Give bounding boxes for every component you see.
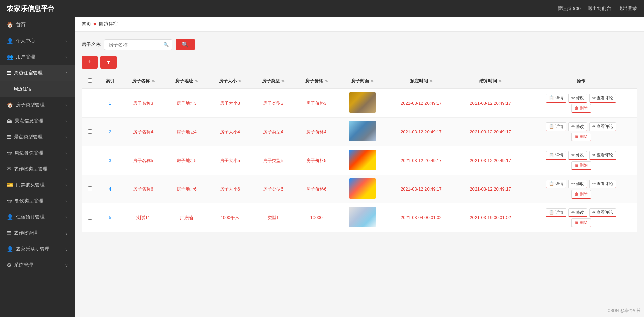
row-checkbox[interactable] [88, 158, 92, 162]
edit-button[interactable]: ✏ 修改 [568, 208, 587, 217]
row-price[interactable]: 房子价格4 [306, 129, 326, 134]
cell-settletime: 2021-03-12 20:49:17 [456, 118, 525, 146]
detail-button[interactable]: 📋 详情 [546, 208, 566, 217]
row-size[interactable]: 房子大小5 [220, 158, 240, 163]
cell-ops: 📋 详情 ✏ 修改 ✏ 查看评论 🗑 删除 [525, 146, 637, 175]
review-button[interactable]: ✏ 查看评论 [589, 122, 616, 131]
review-icon: ✏ [592, 153, 596, 157]
delete-button[interactable]: 🗑 删除 [571, 133, 591, 141]
sidebar-label-personal: 个人中心 [16, 38, 35, 44]
row-type[interactable]: 房子类型4 [263, 129, 283, 134]
row-type[interactable]: 房子类型3 [263, 101, 283, 106]
row-name-link[interactable]: 房子名称6 [133, 186, 153, 192]
ops-row2: 🗑 删除 [528, 190, 634, 199]
select-all-checkbox[interactable] [88, 78, 92, 83]
detail-button[interactable]: 📋 详情 [546, 94, 566, 103]
review-button[interactable]: ✏ 查看评论 [589, 180, 616, 188]
sidebar-item-personal[interactable]: 👤 个人中心 ∨ [0, 33, 75, 49]
row-price[interactable]: 房子价格6 [306, 186, 326, 192]
nav-front-btn[interactable]: 退出到前台 [587, 5, 611, 12]
row-address[interactable]: 房子地址6 [177, 186, 197, 192]
row-index-link[interactable]: 4 [109, 186, 111, 192]
sidebar-item-crop-type[interactable]: ✉ 农作物类型管理 ∨ [0, 161, 75, 177]
sidebar-item-user-mgmt[interactable]: 👥 用户管理 ∨ [0, 49, 75, 65]
row-booktime: 2021-03-12 20:49:17 [401, 186, 442, 192]
sidebar-item-scenic-type[interactable]: ☰ 景点类型管理 ∨ [0, 129, 75, 145]
chevron-up-icon: ∧ [65, 71, 68, 75]
row-price[interactable]: 房子价格5 [306, 158, 326, 163]
sidebar-item-activity[interactable]: 👤 农家乐活动管理 ∨ [0, 241, 75, 257]
row-name-link[interactable]: 房子名称4 [133, 129, 153, 134]
sidebar-item-ticket[interactable]: 🎫 门票购买管理 ∨ [0, 177, 75, 193]
row-size[interactable]: 房子大小4 [220, 129, 240, 134]
review-button[interactable]: ✏ 查看评论 [589, 151, 616, 160]
row-checkbox[interactable] [88, 186, 92, 191]
row-size[interactable]: 房子大小3 [220, 101, 240, 106]
col-ops: 操作 [525, 74, 637, 89]
row-checkbox[interactable] [88, 129, 92, 134]
breadcrumb-home[interactable]: 首页 [82, 21, 91, 27]
delete-button[interactable]: 🗑 删除 [571, 218, 591, 227]
edit-button[interactable]: ✏ 修改 [568, 151, 587, 160]
cell-ops: 📋 详情 ✏ 修改 ✏ 查看评论 🗑 删除 [525, 175, 637, 203]
cell-index: 4 [98, 175, 122, 203]
edit-button[interactable]: ✏ 修改 [568, 180, 587, 188]
sidebar-item-scenic-info[interactable]: 🏔 景点信息管理 ∨ [0, 113, 75, 129]
delete-button[interactable]: 🗑 删除 [571, 104, 591, 113]
row-type[interactable]: 房子类型6 [263, 186, 283, 192]
cell-ops: 📋 详情 ✏ 修改 ✏ 查看评论 🗑 删除 [525, 118, 637, 146]
row-settletime: 2021-03-12 20:49:17 [470, 186, 511, 192]
row-name-link[interactable]: 房子名称3 [133, 101, 153, 106]
detail-button[interactable]: 📋 详情 [546, 151, 566, 160]
delete-button[interactable]: 🗑 删除 [571, 161, 591, 170]
sidebar-item-room-type[interactable]: 🏠 房子类型管理 ∨ [0, 97, 75, 113]
row-checkbox[interactable] [88, 215, 92, 220]
edit-button[interactable]: ✏ 修改 [568, 122, 587, 131]
row-checkbox[interactable] [88, 101, 92, 105]
review-button[interactable]: ✏ 查看评论 [589, 94, 616, 103]
row-address[interactable]: 房子地址3 [177, 101, 197, 106]
cell-index: 5 [98, 203, 122, 232]
delete-icon: 🗑 [575, 220, 579, 225]
sidebar-item-nearby-lodging[interactable]: 周边住宿 [0, 81, 75, 97]
row-index-link[interactable]: 5 [109, 215, 111, 220]
sidebar-item-nearby-dining[interactable]: 🍽 周边餐饮管理 ∨ [0, 145, 75, 161]
row-type[interactable]: 类型1 [268, 215, 279, 220]
row-index-link[interactable]: 2 [109, 129, 111, 134]
row-index-link[interactable]: 1 [109, 101, 111, 106]
row-size[interactable]: 1000平米 [221, 215, 239, 220]
batch-delete-button[interactable]: 🗑 [100, 56, 117, 69]
search-button[interactable]: 🔍 [176, 39, 195, 50]
sidebar-item-crop[interactable]: ☰ 农作物管理 ∨ [0, 225, 75, 241]
row-address[interactable]: 房子地址4 [177, 129, 197, 134]
ops-row1: 📋 详情 ✏ 修改 ✏ 查看评论 [528, 151, 634, 160]
row-address[interactable]: 房子地址5 [177, 158, 197, 163]
row-type[interactable]: 房子类型5 [263, 158, 283, 163]
sidebar-item-lodging-mgmt[interactable]: ☰ 周边住宿管理 ∧ [0, 65, 75, 81]
row-name-link[interactable]: 房子名称5 [133, 158, 153, 163]
row-address[interactable]: 广东省 [180, 215, 193, 220]
sidebar-item-sys[interactable]: ⚙ 系统管理 ∨ [0, 257, 75, 273]
nav-logout-btn[interactable]: 退出登录 [618, 5, 637, 12]
cell-size: 房子大小5 [208, 146, 252, 175]
row-index-link[interactable]: 3 [109, 158, 111, 163]
search-input[interactable] [104, 39, 172, 50]
personal-icon: 👤 [7, 38, 13, 44]
header: 农家乐信息平台 管理员 abo 退出到前台 退出登录 [0, 0, 644, 17]
row-price[interactable]: 房子价格3 [306, 101, 326, 106]
sidebar-item-dining-type[interactable]: 🍽 餐饮类型管理 ∨ [0, 193, 75, 209]
row-size[interactable]: 房子大小6 [220, 186, 240, 192]
detail-button[interactable]: 📋 详情 [546, 180, 566, 188]
sidebar-item-home[interactable]: 🏠 首页 [0, 17, 75, 33]
room-cover-image [349, 178, 376, 199]
sidebar-item-lodging-booking[interactable]: 👤 住宿预订管理 ∨ [0, 209, 75, 225]
delete-button[interactable]: 🗑 删除 [571, 190, 591, 199]
room-cover-image [349, 150, 376, 170]
edit-button[interactable]: ✏ 修改 [568, 94, 587, 103]
row-settletime: 2021-03-19 00:01:02 [470, 215, 511, 220]
row-name-link[interactable]: 测试11 [136, 215, 150, 220]
detail-button[interactable]: 📋 详情 [546, 122, 566, 131]
review-button[interactable]: ✏ 查看评论 [589, 208, 616, 217]
add-button[interactable]: + [82, 56, 98, 69]
row-price[interactable]: 10000 [310, 215, 323, 220]
